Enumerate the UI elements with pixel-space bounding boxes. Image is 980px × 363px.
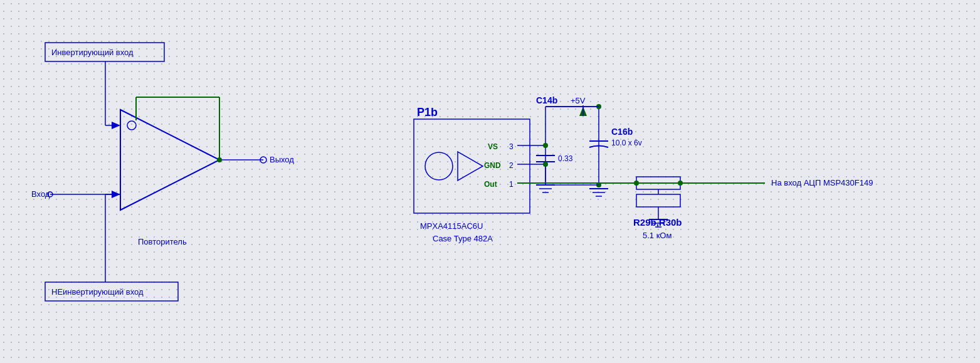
svg-marker-20: [458, 152, 483, 181]
svg-marker-8: [120, 110, 219, 210]
svg-rect-48: [636, 194, 680, 207]
c14b-label: C14b: [536, 95, 557, 105]
svg-point-9: [127, 121, 136, 130]
pin3-label: 3: [509, 142, 514, 151]
svg-marker-4: [112, 122, 120, 129]
output-label: Выход: [270, 155, 294, 164]
repeater-label: Повторитель: [138, 237, 187, 246]
c16b-value-label: 10.0 x 6v: [611, 139, 642, 147]
gnd-label: GND: [484, 161, 501, 170]
vs-label: VS: [488, 142, 498, 151]
c16b-label: C16b: [611, 127, 633, 137]
pin1-label: 1: [509, 180, 514, 189]
svg-point-25: [543, 143, 548, 148]
cap-value-label: 0.33: [558, 154, 573, 163]
svg-point-55: [678, 181, 683, 186]
svg-point-19: [425, 152, 453, 180]
inverting-input-label: Инвертирующий вход: [51, 48, 134, 57]
plus5v-label: +5V: [571, 96, 586, 105]
svg-point-36: [543, 162, 548, 167]
case-type-label: Case Type 482A: [433, 234, 493, 243]
adc-label: На вход АЦП MSP430F149: [771, 178, 873, 187]
r29b-r30b-label: R29b,R30b: [633, 217, 682, 228]
non-inverting-input-label: НЕинвертирующий вход: [51, 287, 144, 297]
p1b-label: P1b: [417, 106, 438, 118]
r-value-label: 5.1 кОм: [643, 231, 672, 240]
mpxa-label: MPXA4115AC6U: [420, 221, 483, 231]
svg-point-47: [634, 181, 639, 186]
pin2-label: 2: [509, 161, 514, 170]
out-label: Out: [484, 180, 497, 189]
